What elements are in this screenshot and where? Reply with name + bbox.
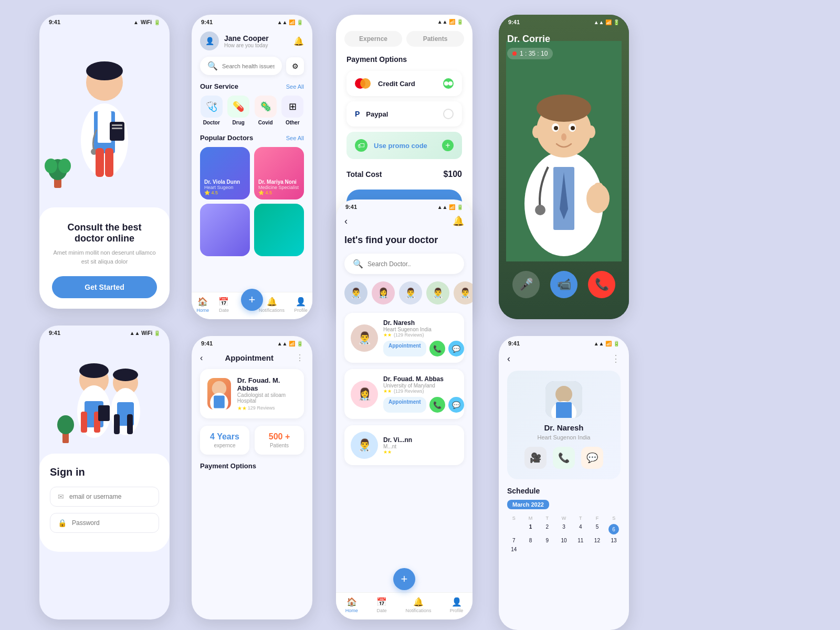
bell-icon[interactable]: 🔔 xyxy=(293,36,304,46)
video-status-time: 9:41 xyxy=(508,19,520,25)
avatar-1[interactable]: 👨‍⚕️ xyxy=(344,281,368,304)
mastercard-logo xyxy=(355,78,372,89)
search-doctor-input[interactable] xyxy=(368,260,456,268)
email-field[interactable]: ✉ xyxy=(50,487,159,507)
service-drug[interactable]: 💊 Drug xyxy=(227,96,250,125)
status-time-4: 9:41 xyxy=(201,340,213,346)
call-button-2[interactable]: 📞 xyxy=(429,397,445,413)
illustration-area xyxy=(39,27,170,190)
status-bar-2: 9:41 ▲▲ WiFi 🔋 xyxy=(39,326,170,338)
nav-profile[interactable]: 👤 Profile xyxy=(294,297,308,313)
message-button[interactable]: 💬 xyxy=(581,447,603,469)
doctors-grid: Dr. Viola Dunn Heart Sugeon ⭐ 4.5 Dr. Ma… xyxy=(192,147,312,256)
credit-card-option[interactable]: Credit Card xyxy=(346,71,462,96)
avatar-3[interactable]: 👨‍⚕️ xyxy=(399,281,422,304)
back-button-8[interactable]: ‹ xyxy=(507,353,510,364)
email-input[interactable] xyxy=(69,493,151,500)
chat-button-2[interactable]: 💬 xyxy=(448,397,464,413)
doctor-card-3[interactable] xyxy=(200,204,250,256)
svg-rect-21 xyxy=(98,405,110,421)
dl-stars-3: ★★ xyxy=(383,449,392,455)
dl-name-2: Dr. Fouad. M. Abbas xyxy=(383,375,464,383)
svg-point-45 xyxy=(587,125,595,138)
signin-title: Sign in xyxy=(50,466,159,478)
video-doctor-svg xyxy=(506,41,622,261)
nav-notifications-6[interactable]: 🔔 Notifications xyxy=(405,597,431,613)
credit-card-radio[interactable] xyxy=(443,78,454,89)
svg-point-29 xyxy=(57,415,74,434)
svg-rect-12 xyxy=(112,128,122,129)
appt-header: ‹ Appointment ⋮ xyxy=(192,349,312,369)
dl-stars-1: ★★ xyxy=(383,332,392,338)
find-header: let's find your doctor xyxy=(336,230,472,254)
status-time-1: 9:41 xyxy=(49,19,60,25)
avatar-4[interactable]: 👨‍⚕️ xyxy=(426,281,449,304)
svg-point-23 xyxy=(113,369,138,381)
promo-code-button[interactable]: 🏷 Use promo code + xyxy=(346,132,462,159)
nav-date-6[interactable]: 📅 Date xyxy=(376,597,387,613)
avatar-2[interactable]: 👩‍⚕️ xyxy=(372,281,395,304)
doctor-card-4[interactable] xyxy=(254,204,304,256)
svg-rect-55 xyxy=(556,402,572,418)
covid-label: Covid xyxy=(258,120,273,125)
paypal-option[interactable]: P Paypal xyxy=(346,101,462,127)
doctor-card-2[interactable]: Dr. Mariya Noni Medicine Specialist ⭐ 4.… xyxy=(254,147,304,200)
bell-icon-6[interactable]: 🔔 xyxy=(453,215,464,227)
detail-doc-photo xyxy=(545,381,582,418)
other-icon: ⊞ xyxy=(289,101,297,112)
status-bar-6: 9:41 ▲▲ 📶 🔋 xyxy=(336,200,472,212)
get-started-button[interactable]: Get Started xyxy=(52,276,157,298)
doctor-list-card-2: 👩‍⚕️ Dr. Fouad. M. Abbas University of M… xyxy=(344,369,464,419)
video-off-button[interactable]: 🎥 xyxy=(524,447,547,469)
doctor-card-1[interactable]: Dr. Viola Dunn Heart Sugeon ⭐ 4.5 xyxy=(200,147,250,200)
svg-point-46 xyxy=(535,205,545,215)
nav-home[interactable]: 🏠 Home xyxy=(196,297,209,313)
home-header: 👤 Jane Cooper How are you today 🔔 xyxy=(192,27,312,57)
more-button-8[interactable]: ⋮ xyxy=(611,353,621,364)
profile-icon: 👤 xyxy=(296,297,306,307)
password-field[interactable]: 🔒 xyxy=(50,513,159,533)
chat-button-1[interactable]: 💬 xyxy=(448,341,464,356)
call-doctor-name: Dr. Corrie xyxy=(507,34,553,45)
find-search[interactable]: 🔍 xyxy=(344,254,464,274)
back-button[interactable]: ‹ xyxy=(200,353,203,363)
appointment-chip-1[interactable]: Appointment xyxy=(383,341,426,356)
filter-button[interactable]: ⚙ xyxy=(286,57,304,75)
service-covid[interactable]: 🦠 Covid xyxy=(254,96,277,125)
search-input-wrap[interactable]: 🔍 xyxy=(200,57,282,75)
call-timer: 1 : 35 : 10 xyxy=(507,48,553,59)
search-input[interactable] xyxy=(222,63,275,69)
status-bar-5: ▲▲ 📶 🔋 xyxy=(336,15,472,27)
nav-home-6[interactable]: 🏠 Home xyxy=(345,597,358,613)
fab-add-button-6[interactable]: + xyxy=(393,568,415,590)
password-input[interactable] xyxy=(72,519,151,527)
consult-card: Consult the best doctor online Amet mini… xyxy=(39,207,170,309)
tab-expernce[interactable]: Expernce xyxy=(344,31,402,47)
email-icon: ✉ xyxy=(58,492,64,501)
paypal-logo: P xyxy=(355,110,360,118)
call-button-1[interactable]: 📞 xyxy=(429,341,445,356)
phone-signin: 9:41 ▲▲ WiFi 🔋 S xyxy=(39,326,170,620)
back-button-6[interactable]: ‹ xyxy=(344,216,348,227)
promo-label: Use promo code xyxy=(374,142,436,150)
svg-rect-11 xyxy=(112,124,122,126)
phone-button[interactable]: 📞 xyxy=(553,447,575,469)
service-doctor[interactable]: 🩺 Doctor xyxy=(200,96,223,125)
doctor-illustration xyxy=(65,35,144,182)
see-all-services[interactable]: See All xyxy=(286,83,304,90)
end-call-button[interactable]: 📞 xyxy=(588,271,615,298)
more-button[interactable]: ⋮ xyxy=(296,353,304,363)
tab-patients[interactable]: Patients xyxy=(406,31,464,47)
video-button[interactable]: 📹 xyxy=(550,271,578,298)
other-icon-wrap: ⊞ xyxy=(281,96,303,118)
nav-date[interactable]: 📅 Date xyxy=(218,297,229,313)
paypal-radio[interactable] xyxy=(443,109,454,119)
appointment-chip-2[interactable]: Appointment xyxy=(383,397,426,413)
see-all-doctors[interactable]: See All xyxy=(286,135,304,141)
nav-profile-6[interactable]: 👤 Profile xyxy=(450,597,464,613)
mute-button[interactable]: 🎤 xyxy=(512,271,540,298)
service-other[interactable]: ⊞ Other xyxy=(281,96,304,125)
dl-photo-2: 👩‍⚕️ xyxy=(351,381,378,408)
fab-add-button[interactable]: + xyxy=(241,289,263,311)
avatar-5[interactable]: 👨‍⚕️ xyxy=(454,281,472,304)
